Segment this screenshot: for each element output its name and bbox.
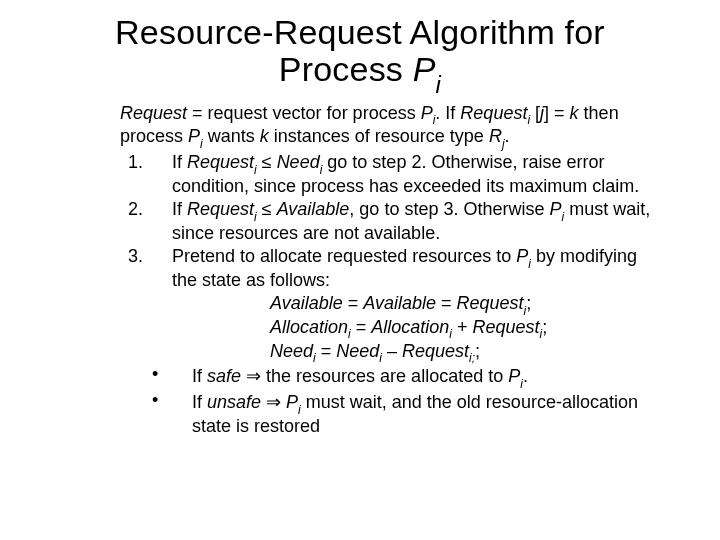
bullet-unsafe: •If unsafe ⇒ Pi must wait, and the old r… [172, 392, 658, 437]
b1d: P [508, 366, 520, 386]
title-line1: Resource-Request Algorithm for [115, 13, 605, 51]
e2d: + [452, 317, 473, 337]
s2-i1: i [254, 210, 257, 224]
intro-P: P [421, 103, 433, 123]
intro-t2: . If [435, 103, 460, 123]
s1-a: If [172, 152, 187, 172]
s2-le: ≤ [257, 199, 277, 219]
step-3: 3.Pretend to allocate requested resource… [150, 246, 658, 291]
eq-available: Available = Available = Requesti; [270, 293, 658, 317]
eq-need: Needi = Needi – Requesti;; [270, 341, 658, 365]
e3csub: i [379, 351, 382, 365]
e2csub: i [449, 327, 452, 341]
title-i: i [436, 71, 442, 98]
title-line2-a: Process [279, 50, 413, 88]
intro-i3: i [200, 137, 203, 151]
e2c: Allocation [371, 317, 449, 337]
b2d: P [286, 392, 298, 412]
intro-request: Request [120, 103, 187, 123]
b1dsub: i [520, 377, 523, 391]
e2asub: i [348, 327, 351, 341]
intro-R: R [489, 126, 502, 146]
e2a: Allocation [270, 317, 348, 337]
title-P: P [413, 50, 436, 88]
e1e: Request [457, 293, 524, 313]
intro-t1: = request vector for process [187, 103, 421, 123]
b1b: safe [207, 366, 241, 386]
e3a: Need [270, 341, 313, 361]
s2-i2: i [561, 210, 564, 224]
intro-P2: P [188, 126, 200, 146]
bullet-safe: •If safe ⇒ the resources are allocated t… [172, 366, 658, 390]
intro-br1: [ [530, 103, 540, 123]
bullet-icon: • [172, 390, 192, 411]
s3-P: P [516, 246, 528, 266]
s2-a: If [172, 199, 187, 219]
equations: Available = Available = Requesti; Alloca… [120, 293, 658, 364]
slide-body: Request = request vector for process Pi.… [0, 95, 720, 437]
s2-t: , go to step 3. Otherwise [349, 199, 549, 219]
e3f: ; [475, 341, 480, 361]
e2esub: i [540, 327, 543, 341]
slide-title: Resource-Request Algorithm for Process P… [0, 0, 720, 95]
s1-i2: i [320, 163, 323, 177]
intro-t6: . [505, 126, 510, 146]
s3-i: i [528, 257, 531, 271]
e1c: Available [363, 293, 436, 313]
eq-allocation: Allocationi = Allocationi + Requesti; [270, 317, 658, 341]
bullet-list: •If safe ⇒ the resources are allocated t… [120, 366, 658, 437]
s2-P: P [549, 199, 561, 219]
intro-t4: wants [203, 126, 260, 146]
s2-avail: Available [277, 199, 350, 219]
intro-br2: ] = [544, 103, 570, 123]
b2a: If [192, 392, 207, 412]
e1d: = [436, 293, 457, 313]
b2c: ⇒ [261, 392, 286, 412]
intro-k: k [570, 103, 579, 123]
e2b: = [351, 317, 372, 337]
s1-need: Need [277, 152, 320, 172]
e1b: = [343, 293, 364, 313]
e1a: Available [270, 293, 343, 313]
b2dsub: i [298, 403, 301, 417]
s1-req: Request [187, 152, 254, 172]
bullet-icon: • [172, 364, 192, 385]
ordered-list: 1.If Requesti ≤ Needi go to step 2. Othe… [120, 152, 658, 291]
e3esub: i; [469, 351, 475, 365]
slide: Resource-Request Algorithm for Process P… [0, 0, 720, 540]
b2b: unsafe [207, 392, 261, 412]
e1f: ; [526, 293, 531, 313]
s1-le: ≤ [257, 152, 277, 172]
step-1: 1.If Requesti ≤ Needi go to step 2. Othe… [150, 152, 658, 197]
e3asub: i [313, 351, 316, 365]
s2-req: Request [187, 199, 254, 219]
intro-k2: k [260, 126, 269, 146]
e3b: = [316, 341, 337, 361]
step-2: 2.If Requesti ≤ Available, go to step 3.… [150, 199, 658, 244]
e1esub: i [524, 304, 527, 318]
b1c: ⇒ the resources are allocated to [241, 366, 508, 386]
s3-a: Pretend to allocate requested resources … [172, 246, 516, 266]
intro-request2: Request [460, 103, 527, 123]
e3c: Need [336, 341, 379, 361]
num-2: 2. [150, 199, 172, 220]
intro-j2: j [502, 137, 505, 151]
b1a: If [192, 366, 207, 386]
intro-text: Request = request vector for process Pi.… [120, 103, 658, 151]
e3d: – [382, 341, 402, 361]
e2e: Request [472, 317, 539, 337]
intro-i1: i [433, 113, 436, 127]
e2f: ; [542, 317, 547, 337]
s1-i1: i [254, 163, 257, 177]
b1e: . [523, 366, 528, 386]
intro-t5: instances of resource type [269, 126, 489, 146]
num-1: 1. [150, 152, 172, 173]
intro-i2: i [527, 113, 530, 127]
num-3: 3. [150, 246, 172, 267]
e3e: Request [402, 341, 469, 361]
